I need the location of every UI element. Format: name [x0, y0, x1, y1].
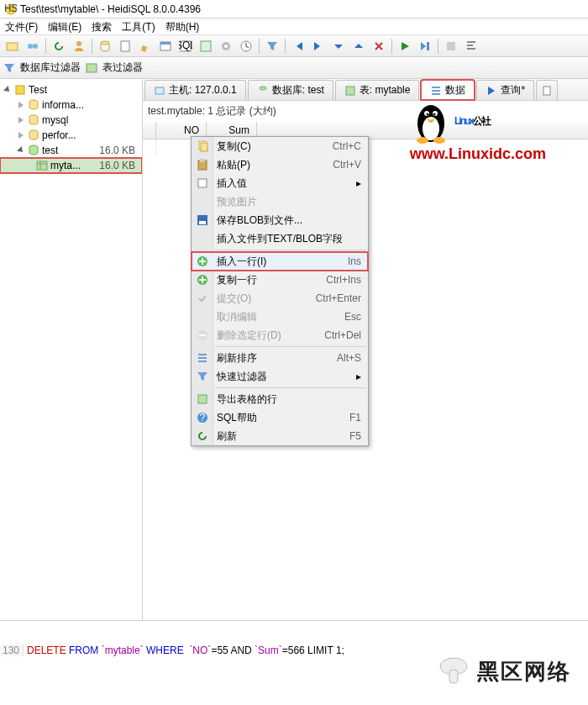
- host-icon: [154, 85, 165, 97]
- svg-rect-32: [198, 179, 207, 187]
- tb-collapse-icon[interactable]: [329, 37, 348, 55]
- server-icon: [13, 83, 27, 97]
- tree-item[interactable]: informa...: [0, 97, 142, 113]
- tab-data[interactable]: 数据: [421, 80, 475, 100]
- svg-rect-26: [346, 87, 354, 95]
- tree-item[interactable]: perfor...: [0, 128, 142, 143]
- tb-doc-icon[interactable]: [116, 37, 134, 55]
- table-filter-label[interactable]: 表过滤器: [102, 61, 143, 75]
- sidebar: Test informa... mysql perfor... test 16.…: [0, 79, 143, 620]
- tab-new[interactable]: [536, 80, 558, 100]
- menu-file[interactable]: 文件(F): [5, 20, 38, 33]
- svg-text:?: ?: [200, 412, 206, 424]
- tb-clock-icon[interactable]: [237, 37, 255, 55]
- tabbar: 主机: 127.0.0.1 数据库: test 表: mytable 数据 查询…: [143, 79, 588, 101]
- svg-rect-23: [37, 161, 47, 170]
- ctx-insert-value[interactable]: 插入值▸: [192, 174, 368, 192]
- svg-rect-17: [87, 64, 97, 72]
- menu-search[interactable]: 搜索: [92, 20, 112, 33]
- tb-stop-icon[interactable]: [442, 37, 460, 55]
- svg-rect-16: [447, 42, 455, 50]
- table-filter-icon: [86, 62, 97, 74]
- window-title: Test\test\mytable\ - HeidiSQL 8.0.0.4396: [20, 3, 201, 15]
- ctx-save-blob[interactable]: 保存BLOB到文件...: [192, 211, 368, 229]
- svg-point-5: [76, 41, 81, 46]
- tab-query[interactable]: 查询*: [476, 80, 534, 100]
- svg-rect-27: [543, 87, 550, 95]
- tb-expand-icon[interactable]: [349, 37, 368, 55]
- titlebar: HS Test\test\mytable\ - HeidiSQL 8.0.0.4…: [0, 0, 588, 18]
- tb-connect-icon[interactable]: [24, 37, 42, 55]
- ctx-delete-rows: 删除选定行(D)Ctrl+Del: [192, 326, 368, 345]
- menu-edit[interactable]: 编辑(E): [48, 20, 81, 33]
- ctx-insert-row[interactable]: 插入一行(I)Ins: [192, 252, 368, 271]
- data-icon: [430, 85, 442, 97]
- ctx-insert-file[interactable]: 插入文件到TEXT/BLOB字段: [192, 229, 368, 248]
- svg-point-3: [28, 44, 33, 49]
- tb-pencil-icon[interactable]: [136, 37, 155, 55]
- tb-folder-icon[interactable]: [3, 37, 22, 55]
- chevron-right-icon: ▸: [356, 177, 361, 189]
- app-icon: HS: [5, 3, 17, 15]
- tb-proc-icon[interactable]: [197, 37, 215, 55]
- help-icon: ?: [196, 411, 209, 424]
- ctx-copy[interactable]: 复制(C)Ctrl+C: [192, 137, 368, 155]
- tab-database[interactable]: 数据库: test: [248, 80, 333, 100]
- svg-rect-9: [160, 42, 171, 45]
- db-icon: [27, 144, 40, 157]
- ctx-paste[interactable]: 粘贴(P)Ctrl+V: [192, 155, 368, 174]
- db-icon: [257, 85, 269, 97]
- tb-delete-icon[interactable]: [370, 37, 388, 55]
- tb-run-icon[interactable]: [396, 37, 414, 55]
- menubar: 文件(F) 编辑(E) 搜索 工具(T) 帮助(H): [0, 18, 588, 35]
- menu-tools[interactable]: 工具(T): [122, 20, 155, 33]
- tb-first-icon[interactable]: [289, 37, 307, 55]
- svg-rect-12: [201, 41, 211, 51]
- svg-text:SQL: SQL: [179, 39, 192, 51]
- svg-point-4: [33, 44, 38, 49]
- tb-db-icon[interactable]: [96, 37, 114, 55]
- tree-item[interactable]: mysql: [0, 113, 142, 128]
- svg-rect-2: [7, 43, 18, 50]
- tb-calendar-icon[interactable]: [156, 37, 175, 55]
- tab-table[interactable]: 表: mytable: [335, 80, 420, 100]
- tree-root[interactable]: Test: [0, 82, 142, 97]
- tb-user-icon[interactable]: [70, 37, 88, 55]
- menu-help[interactable]: 帮助(H): [165, 20, 200, 33]
- ctx-sql-help[interactable]: ?SQL帮助F1: [192, 408, 368, 427]
- tb-step-icon[interactable]: [416, 37, 434, 55]
- tb-format-icon[interactable]: [462, 37, 480, 55]
- ctx-dup-row[interactable]: 复制一行Ctrl+Ins: [192, 271, 368, 289]
- status-text: test.mytable: 1 总记录 (大约): [143, 101, 588, 122]
- context-menu: 复制(C)Ctrl+C 粘贴(P)Ctrl+V 插入值▸ 预览图片 保存BLOB…: [191, 136, 369, 446]
- funnel-icon: [196, 370, 209, 383]
- list-icon: [196, 351, 209, 365]
- svg-point-14: [224, 45, 228, 48]
- db-icon: [27, 129, 40, 142]
- ctx-quick-filter[interactable]: 快速过滤器▸: [192, 367, 368, 386]
- tb-sql-icon[interactable]: SQL: [176, 37, 195, 55]
- tree-item-selected[interactable]: myta... 16.0 KB: [0, 158, 142, 173]
- ctx-refresh-sort[interactable]: 刷新排序Alt+S: [192, 349, 368, 367]
- db-filter-label[interactable]: 数据库过滤器: [20, 61, 81, 75]
- tb-last-icon[interactable]: [309, 37, 328, 55]
- db-icon: [27, 113, 40, 127]
- tree-item-test[interactable]: test 16.0 KB: [0, 143, 142, 158]
- ctx-export-rows[interactable]: 导出表格的行: [192, 390, 368, 408]
- tb-refresh-icon[interactable]: [50, 37, 68, 55]
- svg-rect-31: [200, 159, 205, 162]
- ctx-reload[interactable]: 刷新F5: [192, 427, 368, 445]
- svg-rect-18: [16, 86, 24, 94]
- run-icon: [486, 85, 497, 97]
- tab-host[interactable]: 主机: 127.0.0.1: [144, 80, 246, 100]
- ctx-commit: 提交(O)Ctrl+Enter: [192, 289, 368, 308]
- insert-icon: [196, 176, 209, 190]
- table-icon: [344, 85, 356, 97]
- export-icon: [196, 392, 209, 406]
- tb-gear-icon[interactable]: [217, 37, 235, 55]
- svg-rect-24: [155, 87, 164, 94]
- plus-icon: [196, 255, 209, 268]
- filterbar: 数据库过滤器 表过滤器: [0, 57, 588, 79]
- tb-filter-icon[interactable]: [263, 37, 281, 55]
- svg-rect-38: [198, 395, 207, 403]
